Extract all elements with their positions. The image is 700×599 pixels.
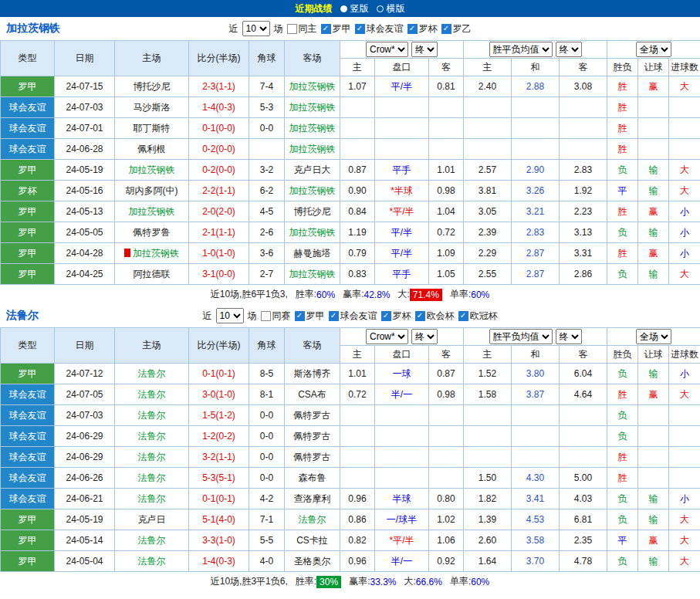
- avg-select[interactable]: 胜平负均值: [489, 42, 553, 57]
- cell-league: 球会友谊: [1, 118, 55, 139]
- odds-time-select[interactable]: 终: [411, 42, 438, 57]
- away-team-name: 森布鲁: [299, 472, 326, 483]
- cell-odds-away: [429, 447, 464, 468]
- col-score: 比分(半场): [189, 328, 249, 364]
- avg-select[interactable]: 胜平负均值: [489, 329, 553, 344]
- summary-stat: 胜率:30%: [296, 575, 341, 588]
- scope-group-header: 全场: [607, 41, 700, 59]
- away-team-name: 法鲁尔: [299, 514, 326, 525]
- cell-handicap: 平/半: [375, 243, 429, 264]
- cell-handicap-result: [638, 426, 669, 447]
- sub-avg-home: 主: [464, 59, 512, 76]
- sub-goals: 进球数: [669, 59, 700, 76]
- cell-date: 24-07-15: [55, 76, 115, 97]
- league-filter-checkbox-2[interactable]: ✓罗杯: [407, 22, 438, 36]
- cell-date: 24-06-29: [55, 426, 115, 447]
- cell-avg-home: 1.50: [464, 468, 512, 489]
- summary-stat-label: 单率:: [450, 288, 471, 301]
- odds-company-select[interactable]: Crow*: [366, 42, 408, 57]
- scope-select[interactable]: 全场: [636, 329, 671, 344]
- cell-avg-away: 5.00: [560, 468, 607, 489]
- radio-unselected-icon: [377, 5, 384, 12]
- summary-stat-value: 60%: [316, 289, 335, 300]
- cell-date: 24-04-28: [55, 243, 115, 264]
- same-venue-checkbox[interactable]: 同主: [287, 22, 317, 36]
- results-table: 类型日期主场比分(半场)角球客场Crow*终胜平负均值终全场主盘口客主和客胜负让…: [0, 40, 700, 285]
- cell-away-team: 加拉茨钢铁: [285, 76, 340, 97]
- cell-date: 24-04-25: [55, 264, 115, 285]
- cell-odds-away: 0.98: [429, 181, 464, 201]
- checkbox-unchecked-icon: [261, 311, 271, 321]
- home-team-name: 胡内多阿(中): [126, 185, 178, 196]
- cell-goals-result: [669, 139, 700, 160]
- cell-corner: 7-1: [249, 509, 285, 530]
- odds-time-select[interactable]: 终: [411, 329, 438, 344]
- col-away: 客场: [285, 328, 340, 364]
- scope-select[interactable]: 全场: [636, 42, 671, 57]
- filter-controls: 近10场同主✓罗甲✓球会友谊✓罗杯✓罗乙: [229, 21, 472, 36]
- home-team-name: 加拉茨钢铁: [133, 248, 179, 259]
- layout-radio-horizontal[interactable]: 横版: [377, 2, 405, 15]
- cell-avg-draw: [512, 118, 560, 139]
- cell-result: 平: [607, 181, 638, 201]
- home-team-name: 法鲁尔: [138, 368, 166, 379]
- cell-avg-home: 2.60: [464, 530, 512, 551]
- cell-handicap-result: [638, 118, 669, 139]
- cell-date: 24-07-01: [55, 118, 115, 139]
- cell-odds-home: [340, 97, 375, 118]
- summary-stat-value: 60%: [471, 289, 489, 300]
- cell-avg-draw: [512, 447, 560, 468]
- avg-time-select[interactable]: 终: [556, 329, 582, 344]
- cell-handicap-result: 赢: [638, 76, 669, 97]
- league-filter-checkbox-3[interactable]: ✓欧会杯: [415, 310, 455, 323]
- league-filter-checkbox-2[interactable]: ✓罗杯: [381, 310, 411, 323]
- league-filter-checkbox-0[interactable]: ✓罗甲: [321, 22, 351, 36]
- cell-league: 罗甲: [1, 160, 55, 181]
- cell-result: 胜: [607, 76, 638, 97]
- summary-stat: 大:71.4%: [398, 288, 442, 301]
- home-team-name: 马沙斯洛: [134, 102, 171, 113]
- avg-time-select[interactable]: 终: [556, 42, 582, 57]
- match-count-select[interactable]: 10: [216, 308, 244, 323]
- sub-avg-draw: 和: [512, 59, 560, 76]
- league-filter-checkbox-1[interactable]: ✓球会友谊: [329, 310, 377, 323]
- cell-goals-result: [669, 97, 700, 118]
- cell-corner: 0-0: [249, 426, 285, 447]
- cell-date: 24-05-04: [55, 551, 115, 572]
- match-row: 球会友谊24-07-05法鲁尔3-0(1-0)8-1CSA布0.72半/一0.9…: [1, 384, 700, 405]
- cell-score: 0-1(0-1): [189, 489, 249, 509]
- league-filter-checkbox-4[interactable]: ✓欧冠杯: [458, 310, 498, 323]
- layout-radio-vertical[interactable]: 竖版: [340, 2, 369, 15]
- home-team-name: 克卢日: [138, 514, 166, 525]
- cell-odds-away: [429, 118, 464, 139]
- league-filter-checkbox-1[interactable]: ✓球会友谊: [355, 22, 404, 36]
- league-filter-checkbox-4-label: 欧冠杯: [470, 310, 498, 323]
- summary-stat: 大:66.6%: [404, 575, 442, 588]
- away-team-name: 佩特罗古: [294, 431, 331, 442]
- cell-score: 0-2(0-0): [189, 160, 249, 181]
- cell-home-team: 法鲁尔: [115, 405, 189, 426]
- sub-avg-away: 客: [560, 59, 607, 76]
- league-filter-checkbox-0[interactable]: ✓罗甲: [295, 310, 325, 323]
- cell-avg-home: 3.05: [464, 201, 512, 222]
- cell-handicap: [375, 97, 429, 118]
- odds-company-select[interactable]: Crow*: [366, 329, 408, 344]
- cell-corner: 6-2: [249, 181, 285, 201]
- same-venue-checkbox[interactable]: 同赛: [261, 310, 291, 323]
- summary-stat-value: 60%: [471, 577, 489, 587]
- team-section: 法鲁尔近10场同赛✓罗甲✓球会友谊✓罗杯✓欧会杯✓欧冠杯类型日期主场比分(半场)…: [0, 304, 700, 591]
- cell-league: 罗甲: [1, 364, 55, 384]
- cell-date: 24-06-21: [55, 489, 115, 509]
- team-name: 加拉茨钢铁: [6, 22, 60, 36]
- league-filter-checkbox-3[interactable]: ✓罗乙: [441, 22, 472, 36]
- cell-home-team: 马沙斯洛: [115, 97, 189, 118]
- cell-goals-result: [669, 426, 700, 447]
- cell-away-team: 加拉茨钢铁: [285, 222, 340, 243]
- cell-away-team: 森布鲁: [285, 468, 340, 489]
- cell-handicap: [375, 139, 429, 160]
- home-team-name: 法鲁尔: [138, 410, 166, 421]
- summary-stat-value: 33.3%: [370, 577, 396, 587]
- cell-avg-away: 1.92: [560, 181, 607, 201]
- match-row: 球会友谊24-06-21法鲁尔0-1(0-1)4-2查洛摩利0.96半球0.80…: [1, 489, 700, 509]
- match-count-select[interactable]: 10: [242, 21, 270, 36]
